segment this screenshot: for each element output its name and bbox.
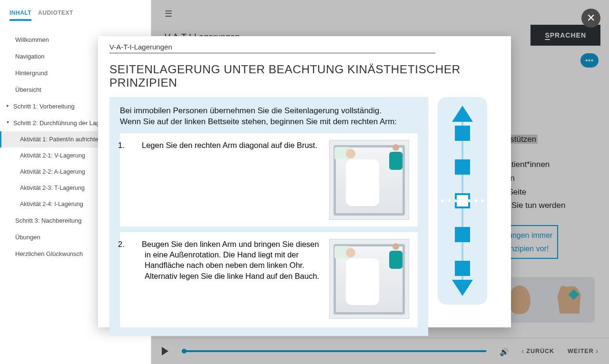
modal: V-A-T-I-Lagerungen SEITENLAGERUNG UNTER … <box>98 36 511 327</box>
hand-icon <box>558 286 581 314</box>
scroll-dots <box>441 199 484 202</box>
sidebar-tabs: INHALT AUDIOTEXT <box>0 0 151 25</box>
volume-icon[interactable]: 🔊 <box>500 347 508 355</box>
scroll-stop-1[interactable] <box>455 126 470 141</box>
face-icon <box>509 285 530 314</box>
next-button[interactable]: WEITER› <box>568 347 599 355</box>
step-2-card: 2.Beugen Sie den linken Arm und bringen … <box>120 232 418 327</box>
player-bar: 🔊 ‹ZURÜCK WEITER› <box>151 338 609 364</box>
scroll-widget <box>438 97 487 305</box>
scroll-stop-4[interactable] <box>455 227 470 242</box>
step-1-image <box>329 140 409 220</box>
scroll-stop-5[interactable] <box>455 261 470 276</box>
progress-bar[interactable] <box>182 350 486 352</box>
step-2-image <box>329 239 409 319</box>
play-button[interactable] <box>162 347 168 355</box>
back-button[interactable]: ‹ZURÜCK <box>521 347 554 355</box>
chat-icon[interactable]: ••• <box>580 53 599 68</box>
step-1-card: 1.Legen Sie den rechten Arm diagonal auf… <box>120 133 418 226</box>
content-panel: Bei immobilen Personen übernehmen Sie di… <box>109 97 428 336</box>
modal-title: SEITENLAGERUNG UNTER BEACHTUNG KINÄSTHET… <box>109 63 500 89</box>
tab-inhalt[interactable]: INHALT <box>10 10 31 21</box>
scroll-down-icon[interactable] <box>452 280 473 296</box>
sprachen-button[interactable]: SPRACHEN <box>530 25 600 46</box>
hamburger-icon[interactable]: ☰ <box>165 9 596 19</box>
modal-breadcrumb: V-A-T-I-Lagerungen <box>109 43 435 53</box>
scroll-stop-2[interactable] <box>455 159 470 175</box>
scroll-track[interactable] <box>462 122 463 280</box>
tab-audiotext[interactable]: AUDIOTEXT <box>38 10 73 21</box>
intro-text: Bei immobilen Personen übernehmen Sie di… <box>120 106 418 128</box>
scroll-up-icon[interactable] <box>452 106 473 122</box>
step-2-text: 2.Beugen Sie den linken Arm und bringen … <box>131 239 320 321</box>
close-button[interactable]: ✕ <box>581 9 600 28</box>
step-1-text: 1.Legen Sie den rechten Arm diagonal auf… <box>131 140 320 220</box>
